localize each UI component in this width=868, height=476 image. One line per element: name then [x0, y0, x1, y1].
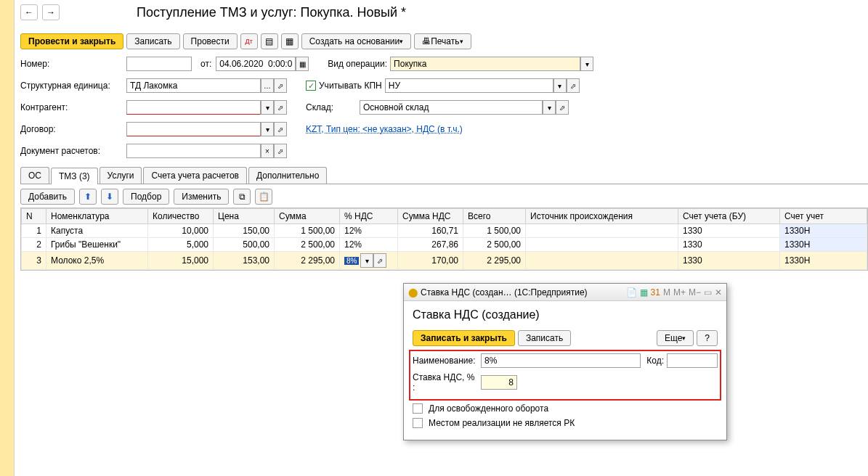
col-vat-sum[interactable]: Сумма НДС	[398, 209, 463, 224]
move-up-icon[interactable]: ⬆	[79, 189, 97, 205]
kpn-dropdown-icon[interactable]: ▾	[553, 78, 567, 93]
modal-code-label: Код:	[646, 356, 664, 366]
settlement-doc-input[interactable]	[126, 144, 261, 158]
tab-tmz[interactable]: ТМЗ (3)	[51, 168, 98, 184]
modal-cb1-checkbox[interactable]	[413, 403, 423, 414]
modal-header: Ставка НДС (создание)	[413, 308, 718, 321]
report-icon[interactable]: 📄	[626, 287, 637, 298]
kpn-checkbox[interactable]: ✓	[306, 81, 316, 91]
counterparty-input[interactable]	[126, 100, 261, 115]
modal-rate-input[interactable]	[481, 375, 517, 390]
dtkt-icon[interactable]: Дт	[240, 33, 258, 49]
pick-button[interactable]: Подбор	[123, 189, 169, 205]
modal-help-button[interactable]: ?	[697, 330, 718, 346]
op-type-select[interactable]	[390, 57, 580, 71]
minimize-icon[interactable]: ▭	[704, 287, 712, 298]
warehouse-dropdown-icon[interactable]: ▾	[543, 100, 556, 115]
col-qty[interactable]: Количество	[148, 209, 214, 224]
paste-icon[interactable]: 📋	[255, 189, 272, 205]
col-sum[interactable]: Сумма	[275, 209, 340, 224]
op-type-label: Вид операции:	[328, 59, 387, 69]
copy-icon[interactable]: ⧉	[233, 189, 251, 205]
modal-code-input[interactable]	[667, 353, 718, 368]
warehouse-external-icon[interactable]: ⬀	[556, 100, 569, 115]
price-settings-link[interactable]: KZT, Тип цен: <не указан>, НДС (в т.ч.)	[306, 124, 463, 134]
table-row[interactable]: 2 Грибы "Вешенки" 5,000 500,00 2 500,00 …	[22, 238, 867, 252]
page-title: Поступление ТМЗ и услуг: Покупка. Новый …	[137, 5, 406, 20]
vat-rate-dialog: ⬤ Ставка НДС (создан… (1С:Предприятие) 📄…	[403, 283, 727, 440]
contract-input[interactable]	[126, 122, 261, 136]
warehouse-label: Склад:	[306, 102, 357, 112]
modal-save-button[interactable]: Записать	[518, 330, 571, 346]
table-row[interactable]: 1 Капуста 10,000 150,00 1 500,00 12% 160…	[22, 224, 867, 238]
settlement-clear-icon[interactable]: ×	[261, 144, 274, 158]
close-icon[interactable]: ✕	[715, 287, 722, 298]
calc-icon[interactable]: ▦	[640, 287, 648, 298]
modal-name-input[interactable]	[481, 353, 641, 368]
move-down-icon[interactable]: ⬇	[101, 189, 118, 205]
col-acc[interactable]: Счет учет	[780, 209, 867, 224]
counterparty-external-icon[interactable]: ⬀	[274, 100, 287, 115]
counterparty-dropdown-icon[interactable]: ▾	[261, 100, 274, 115]
vat-open-icon[interactable]: ⬀	[373, 253, 386, 268]
counterparty-label: Контрагент:	[20, 102, 122, 112]
modal-cb2-label: Местом реализации не является РК	[429, 418, 575, 428]
kpn-external-icon[interactable]: ⬀	[567, 78, 580, 93]
add-row-button[interactable]: Добавить	[20, 189, 75, 205]
org-open-icon[interactable]: …	[261, 78, 274, 93]
print-button[interactable]: 🖶 Печать	[414, 33, 471, 49]
modal-cb2-checkbox[interactable]	[413, 418, 423, 428]
modal-more-button[interactable]: Еще	[657, 330, 694, 346]
printer-icon: 🖶	[422, 36, 431, 46]
col-n[interactable]: N	[22, 209, 46, 224]
warehouse-input[interactable]	[360, 100, 543, 115]
related-icon[interactable]: ▦	[281, 33, 299, 49]
save-button[interactable]: Записать	[126, 33, 179, 49]
post-and-close-button[interactable]: Провести и закрыть	[20, 33, 123, 49]
contract-dropdown-icon[interactable]: ▾	[261, 122, 274, 136]
number-label: Номер:	[20, 59, 122, 69]
col-vat[interactable]: % НДС	[340, 209, 398, 224]
table-row[interactable]: 3 Молоко 2,5% 15,000 153,00 2 295,00 8%▾…	[22, 252, 867, 270]
col-price[interactable]: Цена	[214, 209, 275, 224]
app-icon: ⬤	[408, 287, 418, 298]
nav-back-button[interactable]: ←	[20, 4, 38, 20]
mminus-icon[interactable]: M−	[689, 287, 701, 298]
from-label: от:	[200, 59, 211, 69]
tab-services[interactable]: Услуги	[100, 167, 142, 184]
change-button[interactable]: Изменить	[174, 189, 229, 205]
calendar2-icon[interactable]: 31	[651, 287, 660, 298]
number-input[interactable]	[126, 57, 192, 71]
items-table[interactable]: N Номенклатура Количество Цена Сумма % Н…	[21, 208, 867, 270]
col-src[interactable]: Источник происхождения	[526, 209, 678, 224]
tabs: ОС ТМЗ (3) Услуги Счета учета расчетов Д…	[20, 167, 868, 184]
col-total[interactable]: Всего	[463, 209, 526, 224]
col-acc-bu[interactable]: Счет учета (БУ)	[678, 209, 780, 224]
vat-dropdown-icon[interactable]: ▾	[360, 253, 373, 268]
structure-icon[interactable]: ▤	[261, 33, 278, 49]
contract-external-icon[interactable]: ⬀	[274, 122, 287, 136]
modal-save-close-button[interactable]: Записать и закрыть	[413, 330, 515, 346]
org-input[interactable]	[126, 78, 261, 93]
modal-name-label: Наименование:	[413, 356, 478, 366]
create-based-button[interactable]: Создать на основании	[301, 33, 412, 49]
tab-additional[interactable]: Дополнительно	[248, 167, 327, 184]
post-button[interactable]: Провести	[183, 33, 238, 49]
date-input[interactable]	[216, 57, 296, 71]
modal-window-title: Ставка НДС (создан… (1С:Предприятие)	[421, 287, 588, 298]
settlement-doc-label: Документ расчетов:	[20, 146, 122, 156]
modal-rate-label: Ставка НДС, % :	[413, 372, 478, 393]
calendar-icon[interactable]: ▦	[296, 57, 309, 71]
kpn-input[interactable]	[385, 78, 553, 93]
tab-accounts[interactable]: Счета учета расчетов	[143, 167, 246, 184]
col-name[interactable]: Номенклатура	[46, 209, 148, 224]
highlight-box: Наименование: Код: Ставка НДС, % :	[409, 350, 721, 401]
org-external-icon[interactable]: ⬀	[274, 78, 287, 93]
m-icon[interactable]: M	[663, 287, 670, 298]
mplus-icon[interactable]: M+	[673, 287, 686, 298]
vat-badge: 8%	[344, 257, 359, 265]
nav-forward-button[interactable]: →	[42, 4, 60, 20]
tab-os[interactable]: ОС	[20, 167, 49, 184]
op-type-dropdown-icon[interactable]: ▾	[580, 57, 593, 71]
settlement-external-icon[interactable]: ⬀	[274, 144, 287, 158]
